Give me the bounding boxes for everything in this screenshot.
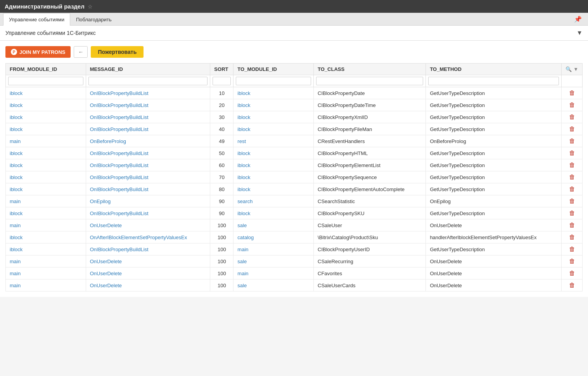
delete-button[interactable]: 🗑 [567,270,577,277]
link-message_id[interactable]: OnIBlockPropertyBuildList [90,247,149,252]
delete-button[interactable]: 🗑 [567,174,577,181]
link-from_module_id[interactable]: main [10,198,21,204]
donate-button[interactable]: Пожертвовать [91,46,144,58]
link-message_id[interactable]: OnIBlockPropertyBuildList [90,114,149,120]
cell-delete: 🗑 [562,123,583,135]
table-row: iblockOnIBlockPropertyBuildList100mainCI… [6,243,583,255]
delete-button[interactable]: 🗑 [567,150,577,157]
link-from_module_id[interactable]: iblock [10,247,22,252]
link-message_id[interactable]: OnBeforeProlog [90,138,126,144]
delete-button[interactable]: 🗑 [567,186,577,193]
link-to_module_id[interactable]: main [237,247,248,252]
section-header: Управление событиями 1С-Битрикс ▼ [0,26,588,41]
link-to_module_id[interactable]: iblock [237,150,250,156]
cell-to_class: CSaleUserCards [314,279,426,291]
filter-icon[interactable]: ▼ [573,66,578,72]
link-from_module_id[interactable]: iblock [10,162,22,168]
table-row: mainOnUserDelete100saleCSaleUserOnUserDe… [6,219,583,231]
link-message_id[interactable]: OnIBlockPropertyBuildList [90,186,149,192]
link-message_id[interactable]: OnIBlockPropertyBuildList [90,162,149,168]
cell-sort: 100 [210,279,233,291]
delete-button[interactable]: 🗑 [567,90,577,97]
link-from_module_id[interactable]: iblock [10,150,22,156]
delete-button[interactable]: 🗑 [567,162,577,169]
link-message_id[interactable]: OnUserDelete [90,259,122,264]
search-icon[interactable]: 🔍 [566,66,572,72]
cell-to_method: GetUserTypeDescription [426,147,562,159]
filter-sort-input[interactable] [213,77,231,85]
pin-icon[interactable]: 📌 [571,14,585,24]
chevron-down-icon[interactable]: ▼ [576,29,583,36]
link-message_id[interactable]: OnIBlockPropertyBuildList [90,210,149,216]
section-title: Управление событиями 1С-Битрикс [5,30,96,36]
link-message_id[interactable]: OnIBlockPropertyBuildList [90,90,149,96]
link-from_module_id[interactable]: main [10,259,21,264]
filter-to-class [314,75,426,87]
delete-button[interactable]: 🗑 [567,210,577,217]
link-message_id[interactable]: OnIBlockPropertyBuildList [90,126,149,132]
favorite-star-icon[interactable]: ☆ [88,3,93,10]
link-message_id[interactable]: OnIBlockPropertyBuildList [90,102,149,108]
link-to_module_id[interactable]: main [237,271,248,276]
link-message_id[interactable]: OnUserDelete [90,222,122,228]
back-button[interactable]: ← [74,46,88,58]
link-from_module_id[interactable]: iblock [10,174,22,180]
link-message_id[interactable]: OnIBlockPropertyBuildList [90,174,149,180]
cell-to_module_id: iblock [233,99,314,111]
delete-button[interactable]: 🗑 [567,102,577,109]
link-from_module_id[interactable]: main [10,138,21,144]
patreon-button[interactable]: P JOIN MY PATRONS [5,46,71,58]
cell-to_method: GetUserTypeDescription [426,207,562,219]
link-to_module_id[interactable]: iblock [237,102,250,108]
filter-message-id-input[interactable] [88,77,208,85]
link-to_module_id[interactable]: sale [237,259,247,264]
delete-button[interactable]: 🗑 [567,246,577,253]
link-to_module_id[interactable]: sale [237,222,247,228]
delete-button[interactable]: 🗑 [567,234,577,241]
delete-button[interactable]: 🗑 [567,114,577,121]
link-to_module_id[interactable]: iblock [237,162,250,168]
link-message_id[interactable]: OnUserDelete [90,271,122,276]
link-from_module_id[interactable]: iblock [10,90,22,96]
link-to_module_id[interactable]: sale [237,283,247,288]
link-to_module_id[interactable]: iblock [237,210,250,216]
link-to_module_id[interactable]: search [237,198,252,204]
link-to_module_id[interactable]: iblock [237,186,250,192]
cell-from_module_id: iblock [6,231,86,243]
cell-message_id: OnIBlockPropertyBuildList [86,171,210,183]
link-to_module_id[interactable]: iblock [237,126,250,132]
delete-button[interactable]: 🗑 [567,222,577,229]
cell-sort: 100 [210,219,233,231]
link-from_module_id[interactable]: main [10,271,21,276]
link-to_module_id[interactable]: iblock [237,114,250,120]
link-message_id[interactable]: OnAfterIBlockElementSetPropertyValuesEx [90,235,187,240]
link-message_id[interactable]: OnEpilog [90,198,111,204]
delete-button[interactable]: 🗑 [567,198,577,205]
link-from_module_id[interactable]: iblock [10,102,22,108]
delete-button[interactable]: 🗑 [567,126,577,133]
link-to_module_id[interactable]: iblock [237,90,250,96]
delete-button[interactable]: 🗑 [567,138,577,145]
cell-to_method: OnBeforeProlog [426,135,562,147]
link-to_module_id[interactable]: rest [237,138,246,144]
link-from_module_id[interactable]: iblock [10,186,22,192]
link-message_id[interactable]: OnUserDelete [90,283,122,288]
link-to_module_id[interactable]: catalog [237,235,254,240]
tab-events[interactable]: Управление событиями [3,13,70,26]
link-to_module_id[interactable]: iblock [237,174,250,180]
link-from_module_id[interactable]: iblock [10,114,22,120]
filter-to-method-input[interactable] [428,77,559,85]
link-from_module_id[interactable]: main [10,222,21,228]
filter-to-class-input[interactable] [316,77,423,85]
tab-thanks[interactable]: Поблагодарить [70,13,118,26]
link-from_module_id[interactable]: iblock [10,210,22,216]
delete-button[interactable]: 🗑 [567,282,577,289]
link-from_module_id[interactable]: iblock [10,235,22,240]
link-message_id[interactable]: OnIBlockPropertyBuildList [90,150,149,156]
link-from_module_id[interactable]: iblock [10,126,22,132]
cell-delete: 🗑 [562,99,583,111]
delete-button[interactable]: 🗑 [567,258,577,265]
link-from_module_id[interactable]: main [10,283,21,288]
filter-to-module-id-input[interactable] [236,77,311,85]
filter-from-module-id-input[interactable] [8,77,83,85]
